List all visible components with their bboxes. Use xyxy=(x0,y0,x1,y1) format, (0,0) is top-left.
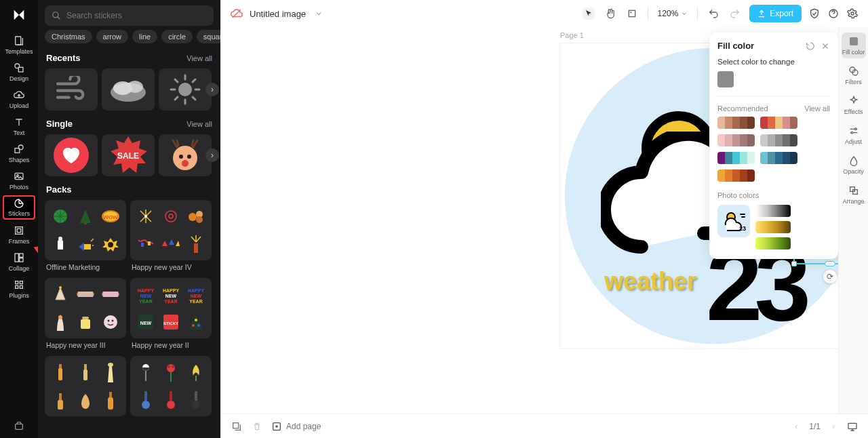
zoom-control[interactable]: 120% xyxy=(658,9,688,18)
rail-stickers[interactable]: Stickers xyxy=(3,195,35,220)
close-icon[interactable] xyxy=(821,41,830,51)
present-icon[interactable] xyxy=(846,420,859,433)
layers-icon[interactable] xyxy=(231,420,243,433)
document-title[interactable]: Untitled image xyxy=(250,9,306,19)
pack-happy-new-year-4[interactable]: Happy new year IV xyxy=(130,200,212,275)
rail-text[interactable]: Text xyxy=(3,114,35,138)
chip-christmas[interactable]: Christmas xyxy=(45,30,92,43)
app-logo[interactable] xyxy=(9,5,28,24)
rr-adjust[interactable]: Adjust xyxy=(842,122,866,148)
single-heart-sticker[interactable] xyxy=(45,134,98,176)
rail-upload[interactable]: Upload xyxy=(3,87,35,111)
pack-happy-new-year-3[interactable]: Happy new year III xyxy=(45,278,126,353)
svg-text:HAPPY: HAPPY xyxy=(188,288,204,293)
sticker-panel: Christmas arrow line circle square Recen… xyxy=(38,0,220,438)
rail-shapes[interactable]: Shapes xyxy=(3,141,35,165)
search-bar[interactable] xyxy=(45,5,214,26)
svg-point-119 xyxy=(172,365,174,368)
chip-line[interactable]: line xyxy=(132,30,157,43)
pack-happy-new-year-2[interactable]: HAPPYNEWYEAR HAPPYNEWYEAR HAPPYNEWYEAR N… xyxy=(130,278,212,353)
palette[interactable] xyxy=(717,134,755,146)
view-all-palettes[interactable]: View all xyxy=(804,104,830,113)
recommended-label: Recommended xyxy=(717,104,768,113)
rail-plugins[interactable]: Plugins xyxy=(3,277,35,301)
palette[interactable] xyxy=(717,152,755,164)
prev-page-icon[interactable]: ‹ xyxy=(790,420,802,433)
palette[interactable] xyxy=(760,152,797,164)
recent-cloud-sticker[interactable] xyxy=(102,68,155,111)
rr-filters[interactable]: Filters xyxy=(842,62,866,88)
chip-arrow[interactable]: arrow xyxy=(96,30,129,43)
photo-gradient[interactable] xyxy=(755,237,791,250)
view-all-link[interactable]: View all xyxy=(186,54,212,62)
crop-tool-icon[interactable] xyxy=(626,7,638,20)
app-root: Templates Design Upload Text Shapes Phot… xyxy=(0,0,868,438)
pack-extra-2[interactable] xyxy=(130,356,212,416)
svg-line-71 xyxy=(191,237,196,242)
undo-icon[interactable] xyxy=(707,7,719,20)
left-rail: Templates Design Upload Text Shapes Phot… xyxy=(0,0,38,438)
chevron-down-icon[interactable] xyxy=(313,7,325,20)
svg-rect-43 xyxy=(84,222,87,224)
recent-sun-sticker[interactable] xyxy=(159,68,212,111)
rail-frames[interactable]: Frames xyxy=(3,222,35,247)
reset-icon[interactable] xyxy=(806,41,815,51)
rail-bottom-icon[interactable] xyxy=(3,414,35,438)
svg-marker-67 xyxy=(162,241,167,246)
rotate-handle[interactable]: ⟳ xyxy=(823,270,837,283)
svg-point-87 xyxy=(112,319,114,321)
resize-handle-bl[interactable] xyxy=(791,261,797,266)
svg-rect-135 xyxy=(233,422,239,428)
photo-gradient[interactable] xyxy=(755,205,791,217)
svg-marker-80 xyxy=(102,292,103,297)
topbar: Untitled image 120% Export xyxy=(221,0,868,27)
hand-tool-icon[interactable] xyxy=(604,7,616,20)
rr-opacity[interactable]: Opacity xyxy=(842,152,866,178)
rr-fill-color[interactable]: Fill color xyxy=(842,33,866,58)
pack-extra-1[interactable] xyxy=(45,356,126,416)
delete-icon[interactable] xyxy=(251,420,263,433)
cursor-tool-icon[interactable] xyxy=(583,7,595,20)
photo-thumb[interactable]: 23 xyxy=(717,205,750,237)
pack-offline-marketing[interactable]: WOW Offline Marketing xyxy=(45,200,126,275)
next-page-icon[interactable]: › xyxy=(827,420,840,433)
rr-label: Fill color xyxy=(842,49,865,56)
svg-text:YEAR: YEAR xyxy=(139,299,152,303)
palette[interactable] xyxy=(760,117,797,129)
rail-collage[interactable]: Collage xyxy=(3,250,35,274)
current-color-swatch[interactable] xyxy=(717,71,734,87)
redo-icon[interactable] xyxy=(729,7,741,20)
svg-text:NEW: NEW xyxy=(140,321,151,325)
add-page-button[interactable]: Add page xyxy=(271,421,321,432)
rail-photos[interactable]: Photos xyxy=(3,168,35,193)
palette[interactable] xyxy=(717,170,755,182)
palette[interactable] xyxy=(717,117,755,129)
single-reindeer-sticker[interactable] xyxy=(159,134,212,176)
rail-design[interactable]: Design xyxy=(3,60,35,84)
rr-effects[interactable]: Effects xyxy=(842,92,866,118)
help-icon[interactable] xyxy=(827,7,840,20)
photo-gradient[interactable] xyxy=(755,221,791,233)
single-sale-sticker[interactable]: SALE xyxy=(102,134,155,176)
svg-rect-105 xyxy=(58,368,62,380)
rail-templates[interactable]: Templates xyxy=(3,33,35,57)
search-input[interactable] xyxy=(66,11,207,20)
section-title: Packs xyxy=(46,184,72,195)
svg-point-64 xyxy=(196,216,203,223)
view-all-link[interactable]: View all xyxy=(186,120,212,128)
resize-handle-b[interactable] xyxy=(825,261,835,266)
palette[interactable] xyxy=(760,134,797,146)
recents-next-button[interactable]: › xyxy=(205,83,219,96)
cloud-sync-off-icon[interactable] xyxy=(231,7,243,20)
svg-point-85 xyxy=(104,315,117,329)
settings-icon[interactable] xyxy=(846,7,859,20)
recent-wind-sticker[interactable] xyxy=(45,68,98,111)
export-button[interactable]: Export xyxy=(749,5,802,22)
chip-square[interactable]: square xyxy=(197,30,220,43)
svg-rect-127 xyxy=(195,391,197,401)
single-next-button[interactable]: › xyxy=(205,148,219,162)
section-recents-header: Recents View all xyxy=(38,47,220,66)
chip-circle[interactable]: circle xyxy=(161,30,193,43)
rr-arrange[interactable]: Arrange xyxy=(842,182,866,207)
shield-icon[interactable] xyxy=(808,7,821,20)
